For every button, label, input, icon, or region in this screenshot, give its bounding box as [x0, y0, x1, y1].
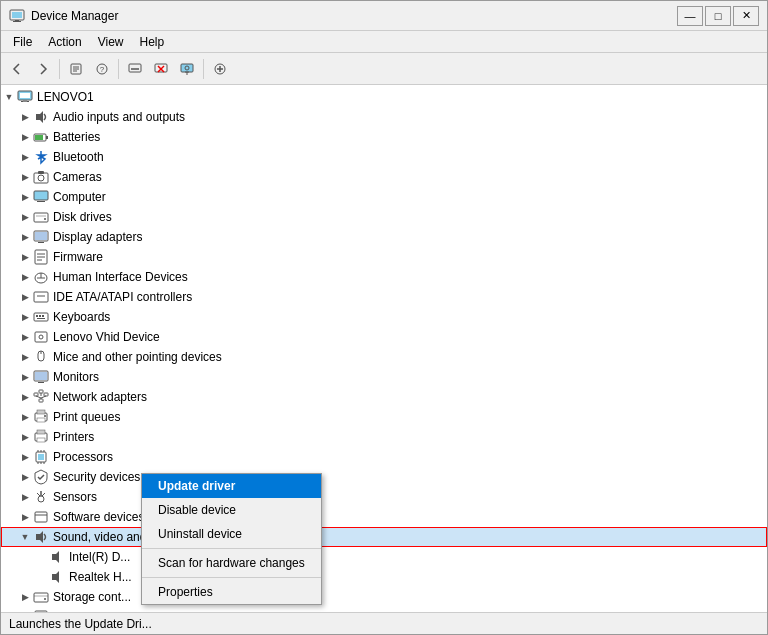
window-controls: — □ ✕	[677, 6, 759, 26]
tree-item-ide[interactable]: ▶ IDE ATA/ATAPI controllers	[1, 287, 767, 307]
window-icon	[9, 8, 25, 24]
back-button[interactable]	[5, 57, 29, 81]
svg-point-96	[44, 598, 46, 600]
menu-help[interactable]: Help	[132, 33, 173, 51]
displayadapters-expand[interactable]: ▶	[17, 229, 33, 245]
tree-item-processors[interactable]: ▶ Processors	[1, 447, 767, 467]
storagecont-label: Storage cont...	[53, 590, 131, 604]
tree-item-diskdrives[interactable]: ▶ Disk drives	[1, 207, 767, 227]
soundvideo-expand[interactable]: ▼	[17, 529, 33, 545]
context-disable-device[interactable]: Disable device	[142, 498, 321, 522]
tree-item-lenovovhid[interactable]: ▶ Lenovo Vhid Device	[1, 327, 767, 347]
computer-label: Computer	[53, 190, 106, 204]
svg-point-56	[39, 335, 43, 339]
processors-expand[interactable]: ▶	[17, 449, 33, 465]
printers-expand[interactable]: ▶	[17, 429, 33, 445]
computer-expand[interactable]: ▶	[17, 189, 33, 205]
update-driver-button[interactable]: ?	[90, 57, 114, 81]
systemdevices-expand[interactable]: ▶	[17, 609, 33, 612]
tree-item-displayadapters[interactable]: ▶ Display adapters	[1, 227, 767, 247]
audio-expand[interactable]: ▶	[17, 109, 33, 125]
tree-item-audio[interactable]: ▶ Audio inputs and outputs	[1, 107, 767, 127]
tree-item-keyboards[interactable]: ▶ Keyboards	[1, 307, 767, 327]
menu-action[interactable]: Action	[40, 33, 89, 51]
svg-rect-60	[35, 372, 47, 380]
main-content: ▼ LENOVO1 ▶	[1, 85, 767, 612]
tree-item-batteries[interactable]: ▶ Batteries	[1, 127, 767, 147]
tree-item-security[interactable]: ▶ Security devices	[1, 467, 767, 487]
svg-rect-39	[35, 232, 47, 240]
uninstall-button[interactable]	[149, 57, 173, 81]
maximize-button[interactable]: □	[705, 6, 731, 26]
printqueues-expand[interactable]: ▶	[17, 409, 33, 425]
software-expand[interactable]: ▶	[17, 509, 33, 525]
tree-item-bluetooth[interactable]: ▶ Bluetooth	[1, 147, 767, 167]
tree-item-monitors[interactable]: ▶ Monitors	[1, 367, 767, 387]
firmware-expand[interactable]: ▶	[17, 249, 33, 265]
hid-expand[interactable]: ▶	[17, 269, 33, 285]
tree-item-hid[interactable]: ▶ Human Interface Devices	[1, 267, 767, 287]
close-button[interactable]: ✕	[733, 6, 759, 26]
context-properties[interactable]: Properties	[142, 580, 321, 604]
root-expand[interactable]: ▼	[1, 89, 17, 105]
intelrd-icon	[49, 549, 65, 565]
svg-rect-94	[34, 593, 48, 602]
tree-item-storagecont[interactable]: ▶ Storage cont...	[1, 587, 767, 607]
context-scan-hardware[interactable]: Scan for hardware changes	[142, 551, 321, 575]
svg-rect-32	[38, 171, 44, 174]
security-expand[interactable]: ▶	[17, 469, 33, 485]
security-icon	[33, 469, 49, 485]
context-sep-1	[142, 548, 321, 549]
tree-item-firmware[interactable]: ▶ Firmware	[1, 247, 767, 267]
ide-expand[interactable]: ▶	[17, 289, 33, 305]
tree-item-intelrd[interactable]: ▶ Intel(R) D...	[1, 547, 767, 567]
tree-item-soundvideo[interactable]: ▼ Sound, video and game controllers	[1, 527, 767, 547]
tree-item-networkadapters[interactable]: ▶ Network adapters	[1, 387, 767, 407]
diskdrives-label: Disk drives	[53, 210, 112, 224]
scan-button[interactable]	[175, 57, 199, 81]
bluetooth-expand[interactable]: ▶	[17, 149, 33, 165]
systemdevices-icon	[33, 609, 49, 612]
forward-button[interactable]	[31, 57, 55, 81]
svg-rect-71	[37, 410, 45, 414]
mice-label: Mice and other pointing devices	[53, 350, 222, 364]
svg-marker-91	[36, 531, 43, 543]
tree-item-realtekh[interactable]: ▶ Realtek H...	[1, 567, 767, 587]
lenovovhid-expand[interactable]: ▶	[17, 329, 33, 345]
tree-item-printqueues[interactable]: ▶ Print queues	[1, 407, 767, 427]
svg-text:?: ?	[100, 65, 105, 74]
cameras-expand[interactable]: ▶	[17, 169, 33, 185]
menu-file[interactable]: File	[5, 33, 40, 51]
status-bar: Launches the Update Dri...	[1, 612, 767, 634]
tree-item-cameras[interactable]: ▶ Cameras	[1, 167, 767, 187]
tree-item-mice[interactable]: ▶ Mice and other pointing devices	[1, 347, 767, 367]
menu-view[interactable]: View	[90, 33, 132, 51]
tree-item-sensors[interactable]: ▶ Sensors	[1, 487, 767, 507]
device-tree[interactable]: ▼ LENOVO1 ▶	[1, 85, 767, 612]
tree-item-printers[interactable]: ▶ Printers	[1, 427, 767, 447]
tree-item-systemdevices[interactable]: ▶ System devic...	[1, 607, 767, 612]
window-title: Device Manager	[31, 9, 677, 23]
disable-button[interactable]	[123, 57, 147, 81]
computer-icon	[17, 89, 33, 105]
minimize-button[interactable]: —	[677, 6, 703, 26]
mice-expand[interactable]: ▶	[17, 349, 33, 365]
add-driver-button[interactable]	[208, 57, 232, 81]
properties-button[interactable]	[64, 57, 88, 81]
diskdrives-expand[interactable]: ▶	[17, 209, 33, 225]
tree-root[interactable]: ▼ LENOVO1	[1, 87, 767, 107]
mouse-icon	[33, 349, 49, 365]
batteries-expand[interactable]: ▶	[17, 129, 33, 145]
keyboards-expand[interactable]: ▶	[17, 309, 33, 325]
networkadapters-expand[interactable]: ▶	[17, 389, 33, 405]
tree-item-software[interactable]: ▶ Software devices	[1, 507, 767, 527]
tree-item-computer[interactable]: ▶ Computer	[1, 187, 767, 207]
context-uninstall-device[interactable]: Uninstall device	[142, 522, 321, 546]
svg-point-31	[38, 175, 44, 181]
svg-rect-76	[37, 438, 45, 442]
sensors-expand[interactable]: ▶	[17, 489, 33, 505]
monitors-expand[interactable]: ▶	[17, 369, 33, 385]
processor-icon	[33, 449, 49, 465]
context-update-driver[interactable]: Update driver	[142, 474, 321, 498]
storagecont-expand[interactable]: ▶	[17, 589, 33, 605]
